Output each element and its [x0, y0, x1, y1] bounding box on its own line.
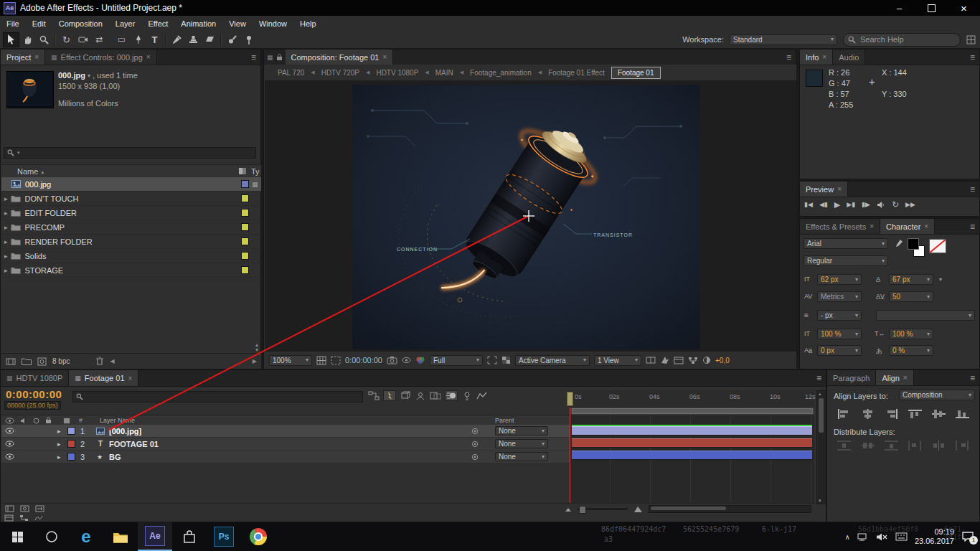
- breadcrumb-main[interactable]: MAIN: [435, 69, 453, 77]
- composition-image[interactable]: CONNECTION TRANSISTOR: [352, 85, 700, 349]
- breadcrumb-footage-animation[interactable]: Footage_animation: [470, 69, 532, 77]
- eye-icon[interactable]: [5, 441, 14, 447]
- hide-shy-layers-icon[interactable]: [415, 391, 426, 400]
- layer-name[interactable]: BG: [109, 453, 121, 461]
- distribute-bottom-button[interactable]: [885, 441, 898, 451]
- distribute-vertical-center-button[interactable]: [861, 441, 875, 451]
- font-style-dropdown[interactable]: Regular▾: [804, 255, 888, 266]
- solo-column-icon[interactable]: [33, 418, 39, 424]
- align-vertical-center-button[interactable]: [932, 409, 946, 419]
- resolution-dropdown[interactable]: Full▾: [430, 355, 483, 366]
- leading-dropdown[interactable]: 67 px▾: [889, 274, 933, 285]
- rotation-tool[interactable]: ↻: [58, 32, 75, 47]
- menu-item-window[interactable]: Window: [253, 19, 293, 28]
- project-row-label[interactable]: STORAGE: [25, 266, 64, 275]
- parent-dropdown[interactable]: None▾: [495, 439, 548, 448]
- layer-bar-1[interactable]: [572, 426, 812, 435]
- live-update-icon[interactable]: [383, 390, 396, 401]
- new-folder-icon[interactable]: [22, 357, 32, 365]
- tracking-dropdown[interactable]: 50▾: [889, 291, 933, 302]
- expand-layer-switches-icon[interactable]: [5, 505, 14, 512]
- after-effects-taskbar-button[interactable]: Ae: [138, 522, 172, 551]
- snapshot-icon[interactable]: [387, 356, 397, 364]
- font-size-dropdown[interactable]: 62 px▾: [817, 274, 862, 285]
- baseline-shift-dropdown[interactable]: 0 px▾: [817, 345, 862, 356]
- menu-item-file[interactable]: File: [0, 19, 26, 28]
- menu-item-edit[interactable]: Edit: [26, 19, 52, 28]
- chrome-taskbar-button[interactable]: [241, 522, 275, 551]
- lock-column-icon[interactable]: [45, 417, 52, 424]
- lock-icon[interactable]: [276, 54, 283, 61]
- timeline-ruler[interactable]: 0s 02s 04s 06s 08s 10s 12s: [570, 390, 814, 408]
- touch-keyboard-icon[interactable]: [895, 532, 908, 541]
- expander-icon[interactable]: ▸: [57, 428, 61, 435]
- timeline-search-box[interactable]: [72, 391, 363, 402]
- expander-icon[interactable]: ▸: [4, 253, 8, 260]
- eraser-tool[interactable]: [202, 32, 218, 47]
- number-column-header[interactable]: #: [79, 417, 83, 424]
- close-icon[interactable]: ×: [870, 222, 874, 230]
- close-icon[interactable]: ×: [146, 53, 151, 61]
- project-search-input[interactable]: [23, 149, 253, 158]
- restore-button[interactable]: [915, 0, 948, 16]
- type-tool[interactable]: T: [146, 32, 163, 47]
- label-color-swatch[interactable]: [241, 237, 249, 245]
- composition-timecode[interactable]: 0:00:00:00: [345, 356, 382, 364]
- expand-transfer-controls-icon[interactable]: [20, 505, 29, 512]
- graph-editor-icon[interactable]: [476, 391, 488, 400]
- project-row-label[interactable]: EDIT FOLDER: [25, 209, 77, 217]
- tsume-dropdown[interactable]: 0 %▾: [889, 345, 933, 356]
- breadcrumb-footage-01[interactable]: Footage 01: [611, 67, 661, 79]
- parent-pick-whip-icon[interactable]: [471, 441, 479, 448]
- photoshop-taskbar-button[interactable]: Ps: [207, 522, 241, 551]
- project-item-name[interactable]: 000.jpg: [58, 71, 85, 80]
- close-icon[interactable]: ×: [34, 53, 39, 61]
- toggle-mask-icon[interactable]: [331, 356, 341, 365]
- cortana-search-button[interactable]: [34, 522, 69, 551]
- layer-label-swatch[interactable]: [67, 427, 75, 435]
- layer-label-swatch[interactable]: [67, 453, 75, 461]
- eye-icon[interactable]: [5, 453, 14, 460]
- playhead-handle[interactable]: [567, 392, 573, 406]
- align-right-button[interactable]: [885, 409, 898, 419]
- workspace-grid-icon[interactable]: [966, 35, 976, 44]
- project-search-box[interactable]: ▾: [4, 147, 256, 159]
- scroll-down-icon[interactable]: ▾: [253, 347, 260, 352]
- show-snapshot-icon[interactable]: [402, 356, 411, 364]
- parent-pick-whip-icon[interactable]: [471, 453, 479, 461]
- interpret-footage-icon[interactable]: [6, 357, 16, 366]
- horizontal-scale-dropdown[interactable]: 100 %▾: [889, 329, 933, 339]
- flowchart-icon[interactable]: [19, 514, 29, 522]
- bit-depth-button[interactable]: 8 bpc: [52, 357, 70, 365]
- layer-name-column-header[interactable]: Layer Name: [100, 417, 135, 424]
- tab-hdtv-1080p[interactable]: ▦HDTV 1080P: [1, 370, 69, 386]
- distribute-horizontal-center-button[interactable]: [932, 441, 946, 451]
- distribute-left-button[interactable]: [908, 441, 922, 451]
- breadcrumb-pal-720[interactable]: PAL 720: [278, 69, 304, 77]
- scroll-right-icon[interactable]: ▶: [253, 358, 257, 364]
- edge-taskbar-button[interactable]: e: [69, 522, 103, 551]
- layer-bar-3[interactable]: [572, 451, 812, 460]
- parent-dropdown[interactable]: None▾: [495, 452, 548, 461]
- timeline-timecode[interactable]: 0:00:00:00: [6, 388, 62, 400]
- new-composition-icon[interactable]: [37, 357, 47, 366]
- timeline-v-scrollbar[interactable]: ▴ ▾: [816, 390, 826, 504]
- zoom-tool[interactable]: [36, 32, 52, 47]
- label-color-swatch[interactable]: [241, 194, 249, 202]
- menu-item-help[interactable]: Help: [293, 19, 323, 28]
- breadcrumb-hdtv-1080p[interactable]: HDTV 1080P: [376, 69, 418, 77]
- minimize-button[interactable]: –: [883, 0, 915, 16]
- project-row-000jpg[interactable]: 000.jpg ▦: [1, 177, 261, 192]
- tab-align[interactable]: Align×: [876, 370, 913, 385]
- distribute-top-button[interactable]: [837, 441, 851, 451]
- timeline-track-area[interactable]: [570, 415, 814, 503]
- menu-item-composition[interactable]: Composition: [52, 19, 109, 28]
- play-button[interactable]: ▶: [834, 200, 840, 209]
- close-icon[interactable]: ×: [382, 53, 387, 61]
- project-row-label[interactable]: Solids: [25, 252, 47, 260]
- tab-audio[interactable]: Audio: [833, 50, 865, 65]
- project-row-label[interactable]: RENDER FOLDER: [25, 237, 93, 246]
- puppet-pin-tool[interactable]: [240, 32, 257, 47]
- timeline-zoom-slider[interactable]: [578, 508, 628, 510]
- v-scrollbar-thumb[interactable]: [819, 398, 824, 433]
